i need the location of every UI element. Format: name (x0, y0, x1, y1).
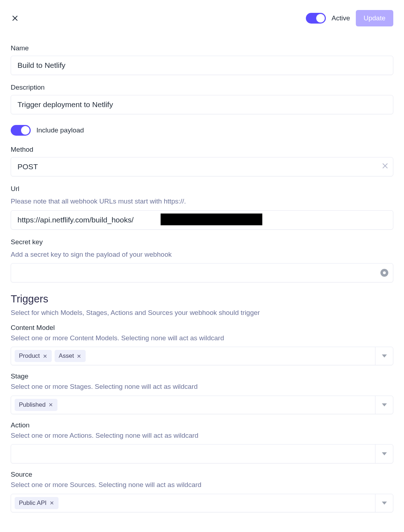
update-button[interactable]: Update (356, 10, 393, 26)
tag-remove-icon[interactable]: ✕ (49, 402, 53, 407)
method-input[interactable] (11, 157, 393, 176)
content-model-hint: Select one or more Content Models. Selec… (11, 333, 393, 343)
tag-product: Product ✕ (15, 350, 52, 362)
source-label: Source (11, 471, 393, 478)
dropdown-caret[interactable] (375, 445, 393, 463)
stage-hint: Select one or more Stages. Selecting non… (11, 382, 393, 392)
chevron-down-icon (382, 501, 387, 506)
include-payload-toggle[interactable] (11, 125, 31, 136)
action-block: Action Select one or more Actions. Selec… (11, 421, 393, 464)
url-input-wrap (11, 210, 393, 230)
dropdown-caret[interactable] (375, 396, 393, 414)
source-block: Source Select one or more Sources. Selec… (11, 471, 393, 512)
close-icon (12, 15, 18, 21)
redaction-block (161, 214, 262, 225)
source-select[interactable]: Public API ✕ (11, 494, 393, 512)
method-label: Method (11, 146, 393, 154)
source-hint: Select one or more Sources. Selecting no… (11, 480, 393, 490)
tag-published: Published ✕ (15, 399, 57, 411)
tag-label: Product (19, 352, 40, 360)
method-clear-icon[interactable] (382, 163, 388, 171)
tag-asset: Asset ✕ (55, 350, 86, 362)
tag-remove-icon[interactable]: ✕ (77, 353, 81, 359)
triggers-title: Triggers (11, 293, 393, 305)
url-hint: Please note that all webhook URLs must s… (11, 196, 393, 207)
method-field: Method (11, 146, 393, 176)
action-select[interactable] (11, 444, 393, 463)
content-model-label: Content Model (11, 324, 393, 332)
include-payload-row: Include payload (11, 125, 393, 136)
dropdown-caret[interactable] (375, 494, 393, 512)
active-toggle[interactable] (306, 13, 326, 24)
secret-key-field: Secret key Add a secret key to sign the … (11, 238, 393, 283)
secret-key-input[interactable] (11, 263, 393, 282)
stage-label: Stage (11, 372, 393, 380)
close-icon (382, 163, 388, 169)
toggle-knob (21, 126, 30, 135)
include-payload-label: Include payload (36, 126, 84, 134)
secret-key-hint: Add a secret key to sign the payload of … (11, 250, 393, 260)
tag-label: Asset (59, 352, 74, 360)
description-field: Description (11, 84, 393, 114)
header-actions: Active Update (306, 10, 393, 26)
tag-public-api: Public API ✕ (15, 497, 59, 509)
stage-block: Stage Select one or more Stages. Selecti… (11, 372, 393, 414)
chevron-down-icon (382, 402, 387, 407)
secret-key-label: Secret key (11, 238, 393, 246)
dropdown-caret[interactable] (375, 347, 393, 365)
url-label: Url (11, 185, 393, 193)
tag-label: Published (19, 401, 46, 408)
toggle-knob (316, 14, 325, 22)
chevron-down-icon (382, 353, 387, 358)
active-label: Active (332, 14, 350, 22)
name-field: Name (11, 44, 393, 75)
action-hint: Select one or more Actions. Selecting no… (11, 431, 393, 441)
tag-remove-icon[interactable]: ✕ (50, 500, 54, 506)
url-field: Url Please note that all webhook URLs mu… (11, 185, 393, 230)
name-label: Name (11, 44, 393, 52)
triggers-hint: Select for which Models, Stages, Actions… (11, 308, 393, 318)
close-button[interactable] (11, 14, 19, 22)
header: Active Update (11, 10, 393, 26)
eye-icon[interactable] (380, 269, 388, 277)
name-input[interactable] (11, 56, 393, 75)
tag-remove-icon[interactable]: ✕ (43, 353, 47, 359)
action-label: Action (11, 421, 393, 429)
method-select[interactable] (11, 157, 393, 176)
chevron-down-icon (382, 451, 387, 456)
content-model-select[interactable]: Product ✕ Asset ✕ (11, 347, 393, 365)
content-model-block: Content Model Select one or more Content… (11, 324, 393, 366)
secret-key-input-wrap (11, 263, 393, 282)
tag-label: Public API (19, 500, 47, 507)
description-input[interactable] (11, 95, 393, 114)
stage-select[interactable]: Published ✕ (11, 396, 393, 414)
description-label: Description (11, 84, 393, 91)
